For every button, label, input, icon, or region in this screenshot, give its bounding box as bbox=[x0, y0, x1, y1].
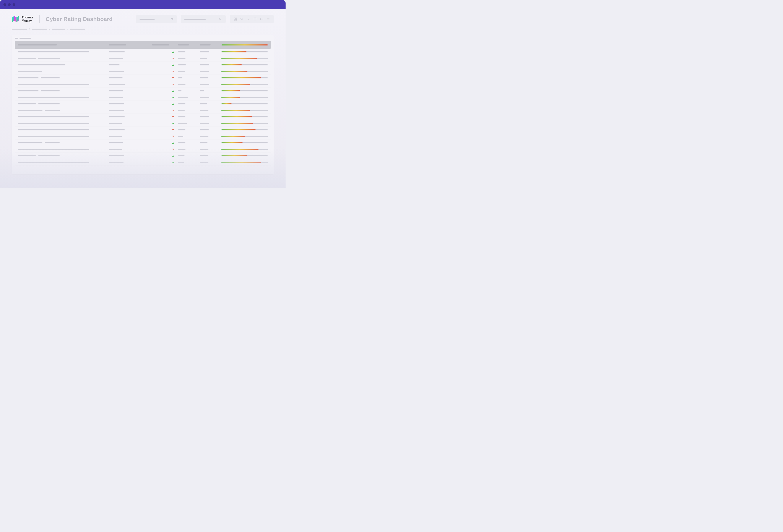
tab-label-placeholder[interactable] bbox=[20, 38, 31, 39]
rating-sparkline bbox=[221, 77, 268, 79]
rating-sparkline bbox=[221, 123, 268, 124]
table-row[interactable] bbox=[15, 140, 271, 146]
row-name-placeholder-2 bbox=[38, 58, 60, 59]
svg-line-1 bbox=[221, 20, 222, 20]
breadcrumb-item[interactable] bbox=[70, 29, 85, 30]
table-row[interactable] bbox=[15, 159, 271, 166]
row-col2-placeholder bbox=[109, 64, 120, 65]
row-name-placeholder-2 bbox=[44, 110, 60, 111]
row-col4-placeholder bbox=[178, 155, 185, 156]
th-col2[interactable] bbox=[109, 44, 126, 45]
table-row[interactable] bbox=[15, 81, 271, 88]
header-controls bbox=[136, 15, 274, 23]
app-window: Thomas Murray Cyber Rating Dashboard bbox=[0, 0, 286, 188]
chat-icon[interactable] bbox=[260, 17, 263, 21]
row-name-placeholder bbox=[18, 149, 89, 150]
row-col2-placeholder bbox=[109, 90, 123, 91]
row-name-placeholder bbox=[18, 129, 89, 130]
rating-sparkline bbox=[221, 116, 268, 117]
row-col5-placeholder bbox=[200, 58, 207, 59]
table-row[interactable] bbox=[15, 114, 271, 120]
table-row[interactable] bbox=[15, 120, 271, 127]
shield-icon[interactable] bbox=[253, 17, 257, 21]
brand-logo[interactable]: Thomas Murray bbox=[12, 16, 33, 22]
table-row[interactable] bbox=[15, 88, 271, 94]
toolbar bbox=[230, 15, 274, 23]
rating-sparkline bbox=[221, 155, 268, 156]
window-dot-min-icon[interactable] bbox=[8, 3, 11, 6]
row-name-placeholder-2 bbox=[44, 142, 60, 144]
brand-line2: Murray bbox=[22, 19, 33, 22]
user-icon[interactable] bbox=[247, 17, 250, 21]
table-row[interactable] bbox=[15, 133, 271, 140]
svg-rect-5 bbox=[236, 19, 237, 20]
table-row[interactable] bbox=[15, 94, 271, 101]
row-col2-placeholder bbox=[109, 77, 123, 79]
window-dot-close-icon[interactable] bbox=[3, 3, 6, 6]
row-col4-placeholder bbox=[178, 149, 185, 150]
window-dot-max-icon[interactable] bbox=[12, 3, 15, 6]
table-row[interactable] bbox=[15, 107, 271, 114]
breadcrumb-item[interactable] bbox=[12, 29, 27, 30]
row-name-placeholder bbox=[18, 162, 89, 163]
row-col5-placeholder bbox=[200, 123, 209, 124]
row-name-placeholder bbox=[18, 90, 38, 91]
titlebar bbox=[0, 0, 286, 9]
th-name[interactable] bbox=[18, 44, 57, 45]
breadcrumb-separator: / bbox=[67, 28, 68, 31]
table-row[interactable] bbox=[15, 49, 271, 55]
row-name-placeholder bbox=[18, 58, 36, 59]
th-spark bbox=[221, 44, 268, 45]
menu-icon[interactable] bbox=[267, 17, 270, 21]
row-name-placeholder bbox=[18, 155, 36, 156]
row-col5-placeholder bbox=[200, 90, 204, 91]
th-col3[interactable] bbox=[152, 44, 169, 45]
row-col4-placeholder bbox=[178, 110, 185, 111]
dropdown-placeholder bbox=[139, 19, 155, 20]
row-col4-placeholder bbox=[178, 77, 182, 79]
row-col2-placeholder bbox=[109, 149, 122, 150]
search-icon[interactable] bbox=[240, 17, 244, 21]
trend-up-icon bbox=[172, 162, 174, 163]
row-col5-placeholder bbox=[200, 84, 209, 85]
row-name-placeholder bbox=[18, 136, 89, 137]
rating-sparkline bbox=[221, 90, 268, 91]
row-col5-placeholder bbox=[200, 103, 207, 104]
trend-down-icon bbox=[172, 129, 174, 131]
row-name-placeholder bbox=[18, 71, 42, 72]
row-col4-placeholder bbox=[178, 116, 185, 117]
row-col2-placeholder bbox=[109, 116, 125, 117]
row-col5-placeholder bbox=[200, 110, 209, 111]
filter-dropdown[interactable] bbox=[136, 15, 177, 23]
grid-icon[interactable] bbox=[233, 17, 237, 21]
rating-sparkline bbox=[221, 103, 268, 104]
row-col5-placeholder bbox=[200, 77, 209, 79]
breadcrumb-separator: / bbox=[49, 28, 50, 31]
breadcrumb-item[interactable] bbox=[52, 29, 65, 30]
table-row[interactable] bbox=[15, 127, 271, 133]
th-col5[interactable] bbox=[200, 44, 211, 45]
row-name-placeholder bbox=[18, 110, 42, 111]
table-row[interactable] bbox=[15, 153, 271, 159]
row-col2-placeholder bbox=[109, 71, 124, 72]
table-row[interactable] bbox=[15, 146, 271, 153]
row-name-placeholder-2 bbox=[41, 90, 60, 91]
tab-indicator[interactable] bbox=[15, 38, 18, 39]
svg-point-0 bbox=[219, 18, 221, 20]
th-col4[interactable] bbox=[178, 44, 189, 45]
row-col4-placeholder bbox=[178, 142, 185, 144]
rating-sparkline bbox=[221, 162, 268, 163]
table-row[interactable] bbox=[15, 55, 271, 62]
table-row[interactable] bbox=[15, 101, 271, 107]
breadcrumb-item[interactable] bbox=[32, 29, 47, 30]
svg-point-8 bbox=[248, 18, 249, 19]
search-input[interactable] bbox=[181, 15, 226, 23]
table-row[interactable] bbox=[15, 62, 271, 68]
breadcrumb-separator: / bbox=[29, 28, 30, 31]
row-col5-placeholder bbox=[200, 136, 209, 137]
svg-rect-2 bbox=[234, 18, 235, 19]
trend-down-icon bbox=[172, 135, 174, 137]
table-row[interactable] bbox=[15, 75, 271, 81]
trend-up-icon bbox=[172, 103, 174, 105]
table-row[interactable] bbox=[15, 68, 271, 75]
